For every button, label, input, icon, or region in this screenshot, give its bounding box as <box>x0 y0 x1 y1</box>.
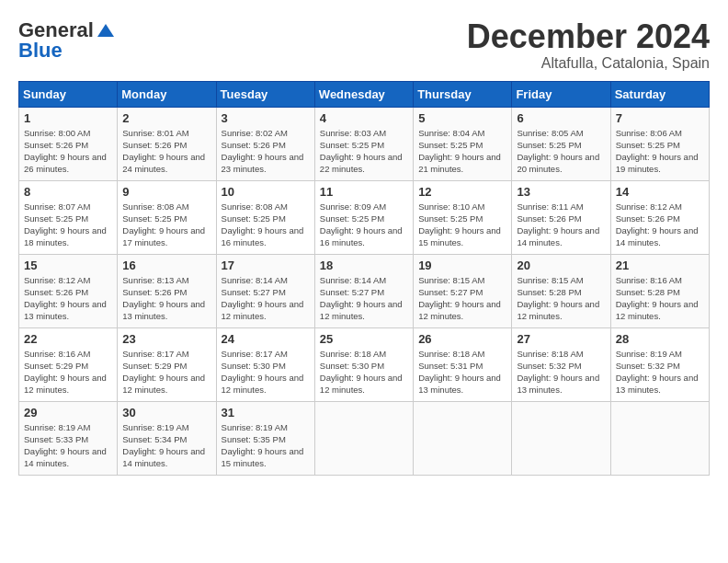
month-title: December 2024 <box>467 18 710 55</box>
day-number-6: 6 <box>517 111 605 125</box>
day-number-17: 17 <box>222 259 310 272</box>
header: General Blue December 2024 Altafulla, Ca… <box>18 18 710 72</box>
day-number-25: 25 <box>320 332 408 346</box>
cell-info-13: Sunrise: 8:11 AM Sunset: 5:26 PM Dayligh… <box>517 201 605 249</box>
cell-info-7: Sunrise: 8:06 AM Sunset: 5:25 PM Dayligh… <box>616 127 704 176</box>
cell-info-1: Sunrise: 8:00 AM Sunset: 5:26 PM Dayligh… <box>24 127 112 176</box>
cell-info-31: Sunrise: 8:19 AM Sunset: 5:35 PM Dayligh… <box>222 421 310 470</box>
day-cell-16: 16 Sunrise: 8:13 AM Sunset: 5:26 PM Dayl… <box>118 254 216 327</box>
day-cell-6: 6 Sunrise: 8:05 AM Sunset: 5:25 PM Dayli… <box>512 107 610 180</box>
col-sunday: Sunday <box>19 81 118 107</box>
cell-info-14: Sunrise: 8:12 AM Sunset: 5:26 PM Dayligh… <box>616 201 704 249</box>
day-cell-25: 25 Sunrise: 8:18 AM Sunset: 5:30 PM Dayl… <box>314 327 413 401</box>
logo-icon <box>96 20 116 40</box>
day-number-28: 28 <box>616 332 704 346</box>
week-row-4: 22 Sunrise: 8:16 AM Sunset: 5:29 PM Dayl… <box>19 327 710 401</box>
day-cell-15: 15 Sunrise: 8:12 AM Sunset: 5:26 PM Dayl… <box>19 254 118 327</box>
cell-info-12: Sunrise: 8:10 AM Sunset: 5:25 PM Dayligh… <box>418 201 506 249</box>
day-cell-27: 27 Sunrise: 8:18 AM Sunset: 5:32 PM Dayl… <box>512 327 610 401</box>
cell-info-10: Sunrise: 8:08 AM Sunset: 5:25 PM Dayligh… <box>222 201 310 249</box>
col-thursday: Thursday <box>414 81 512 107</box>
cell-info-23: Sunrise: 8:17 AM Sunset: 5:29 PM Dayligh… <box>122 348 210 396</box>
day-cell-23: 23 Sunrise: 8:17 AM Sunset: 5:29 PM Dayl… <box>118 327 216 401</box>
cell-info-6: Sunrise: 8:05 AM Sunset: 5:25 PM Dayligh… <box>517 127 605 176</box>
day-cell-9: 9 Sunrise: 8:08 AM Sunset: 5:25 PM Dayli… <box>118 180 216 254</box>
day-cell-5: 5 Sunrise: 8:04 AM Sunset: 5:25 PM Dayli… <box>414 107 512 180</box>
day-number-23: 23 <box>122 332 210 346</box>
day-cell-18: 18 Sunrise: 8:14 AM Sunset: 5:27 PM Dayl… <box>314 254 413 327</box>
cell-info-3: Sunrise: 8:02 AM Sunset: 5:26 PM Dayligh… <box>222 127 310 176</box>
cell-info-8: Sunrise: 8:07 AM Sunset: 5:25 PM Dayligh… <box>24 201 112 249</box>
cell-info-25: Sunrise: 8:18 AM Sunset: 5:30 PM Dayligh… <box>320 348 408 396</box>
cell-info-18: Sunrise: 8:14 AM Sunset: 5:27 PM Dayligh… <box>320 274 408 323</box>
day-number-16: 16 <box>122 259 210 272</box>
day-number-1: 1 <box>24 111 112 125</box>
logo: General Blue <box>18 18 116 63</box>
day-number-22: 22 <box>24 332 112 346</box>
day-number-24: 24 <box>222 332 310 346</box>
day-cell-11: 11 Sunrise: 8:09 AM Sunset: 5:25 PM Dayl… <box>314 180 413 254</box>
day-number-8: 8 <box>24 185 112 199</box>
day-cell-17: 17 Sunrise: 8:14 AM Sunset: 5:27 PM Dayl… <box>216 254 314 327</box>
week-row-1: 1 Sunrise: 8:00 AM Sunset: 5:26 PM Dayli… <box>19 107 710 180</box>
day-cell-2: 2 Sunrise: 8:01 AM Sunset: 5:26 PM Dayli… <box>118 107 216 180</box>
day-cell-19: 19 Sunrise: 8:15 AM Sunset: 5:27 PM Dayl… <box>414 254 512 327</box>
day-cell-3: 3 Sunrise: 8:02 AM Sunset: 5:26 PM Dayli… <box>216 107 314 180</box>
day-cell-22: 22 Sunrise: 8:16 AM Sunset: 5:29 PM Dayl… <box>19 327 118 401</box>
cell-info-17: Sunrise: 8:14 AM Sunset: 5:27 PM Dayligh… <box>222 274 310 323</box>
empty-cell <box>512 401 610 475</box>
day-number-7: 7 <box>616 111 704 125</box>
day-cell-31: 31 Sunrise: 8:19 AM Sunset: 5:35 PM Dayl… <box>216 401 314 475</box>
cell-info-15: Sunrise: 8:12 AM Sunset: 5:26 PM Dayligh… <box>24 274 112 323</box>
day-cell-8: 8 Sunrise: 8:07 AM Sunset: 5:25 PM Dayli… <box>19 180 118 254</box>
day-number-11: 11 <box>320 185 408 199</box>
day-number-27: 27 <box>517 332 605 346</box>
cell-info-29: Sunrise: 8:19 AM Sunset: 5:33 PM Dayligh… <box>24 421 112 470</box>
cell-info-16: Sunrise: 8:13 AM Sunset: 5:26 PM Dayligh… <box>122 274 210 323</box>
day-cell-7: 7 Sunrise: 8:06 AM Sunset: 5:25 PM Dayli… <box>610 107 709 180</box>
day-cell-26: 26 Sunrise: 8:18 AM Sunset: 5:31 PM Dayl… <box>414 327 512 401</box>
empty-cell <box>314 401 413 475</box>
day-cell-13: 13 Sunrise: 8:11 AM Sunset: 5:26 PM Dayl… <box>512 180 610 254</box>
col-monday: Monday <box>118 81 216 107</box>
calendar: Sunday Monday Tuesday Wednesday Thursday… <box>18 81 710 476</box>
cell-info-2: Sunrise: 8:01 AM Sunset: 5:26 PM Dayligh… <box>122 127 210 176</box>
day-cell-21: 21 Sunrise: 8:16 AM Sunset: 5:28 PM Dayl… <box>610 254 709 327</box>
day-number-30: 30 <box>122 406 210 419</box>
cell-info-5: Sunrise: 8:04 AM Sunset: 5:25 PM Dayligh… <box>418 127 506 176</box>
day-number-15: 15 <box>24 259 112 272</box>
day-cell-14: 14 Sunrise: 8:12 AM Sunset: 5:26 PM Dayl… <box>610 180 709 254</box>
day-cell-30: 30 Sunrise: 8:19 AM Sunset: 5:34 PM Dayl… <box>118 401 216 475</box>
col-friday: Friday <box>512 81 610 107</box>
day-number-13: 13 <box>517 185 605 199</box>
header-row: Sunday Monday Tuesday Wednesday Thursday… <box>19 81 710 107</box>
logo-blue: Blue <box>18 39 63 63</box>
day-number-29: 29 <box>24 406 112 419</box>
week-row-3: 15 Sunrise: 8:12 AM Sunset: 5:26 PM Dayl… <box>19 254 710 327</box>
cell-info-30: Sunrise: 8:19 AM Sunset: 5:34 PM Dayligh… <box>122 421 210 470</box>
cell-info-22: Sunrise: 8:16 AM Sunset: 5:29 PM Dayligh… <box>24 348 112 396</box>
cell-info-28: Sunrise: 8:19 AM Sunset: 5:32 PM Dayligh… <box>616 348 704 396</box>
day-number-20: 20 <box>517 259 605 272</box>
svg-marker-0 <box>97 24 114 37</box>
day-number-5: 5 <box>418 111 506 125</box>
day-number-21: 21 <box>616 259 704 272</box>
day-cell-10: 10 Sunrise: 8:08 AM Sunset: 5:25 PM Dayl… <box>216 180 314 254</box>
day-number-14: 14 <box>616 185 704 199</box>
cell-info-19: Sunrise: 8:15 AM Sunset: 5:27 PM Dayligh… <box>418 274 506 323</box>
week-row-2: 8 Sunrise: 8:07 AM Sunset: 5:25 PM Dayli… <box>19 180 710 254</box>
day-number-9: 9 <box>122 185 210 199</box>
day-number-12: 12 <box>418 185 506 199</box>
cell-info-9: Sunrise: 8:08 AM Sunset: 5:25 PM Dayligh… <box>122 201 210 249</box>
day-number-4: 4 <box>320 111 408 125</box>
day-cell-29: 29 Sunrise: 8:19 AM Sunset: 5:33 PM Dayl… <box>19 401 118 475</box>
title-area: December 2024 Altafulla, Catalonia, Spai… <box>467 18 710 72</box>
day-cell-20: 20 Sunrise: 8:15 AM Sunset: 5:28 PM Dayl… <box>512 254 610 327</box>
location-title: Altafulla, Catalonia, Spain <box>467 55 710 72</box>
col-tuesday: Tuesday <box>216 81 314 107</box>
cell-info-21: Sunrise: 8:16 AM Sunset: 5:28 PM Dayligh… <box>616 274 704 323</box>
day-number-18: 18 <box>320 259 408 272</box>
day-number-3: 3 <box>222 111 310 125</box>
cell-info-24: Sunrise: 8:17 AM Sunset: 5:30 PM Dayligh… <box>222 348 310 396</box>
day-cell-1: 1 Sunrise: 8:00 AM Sunset: 5:26 PM Dayli… <box>19 107 118 180</box>
